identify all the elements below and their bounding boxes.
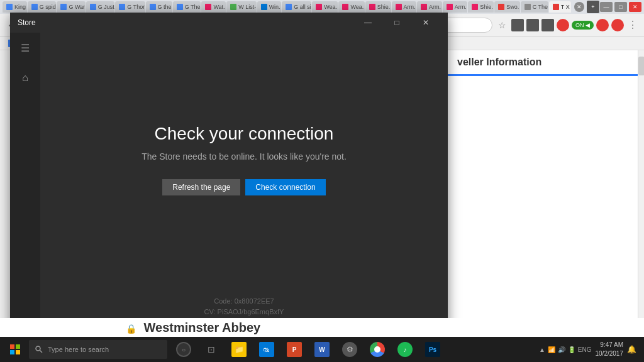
tab-Arm3[interactable]: Arm. [443,1,468,13]
taskbar-settings-icon[interactable]: ⚙ [337,337,362,362]
refresh-page-button[interactable]: Refresh the page [162,179,240,195]
time-display: 9:47 AM [596,341,624,349]
maximize-button[interactable]: □ [382,13,411,33]
taskbar-photoshop-icon[interactable]: Ps [420,337,445,362]
tab-all[interactable]: G all si [282,1,311,13]
tab-Shie2[interactable]: Shie. [468,1,494,13]
error-subtitle: The Store needs to be online. It looks l… [142,151,347,162]
svg-rect-3 [16,350,20,354]
tab-Swo[interactable]: Swo. [494,1,519,13]
tab-Wea2[interactable]: Wea. [338,1,364,13]
error-code-line1: Code: 0x80072EE7 [204,296,284,307]
tab-spid[interactable]: G spid [28,1,57,13]
tab-Arm2[interactable]: Arm. [417,1,442,13]
close-button[interactable]: ✕ [411,13,440,33]
date-display: 10/2/2017 [596,349,624,358]
svg-rect-1 [16,344,20,349]
arrow-icon[interactable]: ▲ [539,346,545,353]
svg-rect-2 [10,350,14,354]
ext3-icon[interactable] [541,19,554,31]
sidebar-home-icon[interactable]: ⌂ [10,63,40,93]
tab-List[interactable]: W List- [226,1,256,13]
svg-line-5 [40,351,43,353]
svg-point-4 [36,346,40,351]
tab-the[interactable]: G the [146,1,172,13]
taskbar-spotify-icon[interactable]: ♪ [392,337,418,362]
svg-rect-0 [10,344,14,349]
taskbar-chrome-icon[interactable] [365,337,390,362]
tab-Shie1[interactable]: Shie. [365,1,391,13]
taskbar-right: ▲ 📶 🔊 🔋 ENG 9:47 AM 10/2/2017 🔔 [539,341,641,358]
scrollbar[interactable] [638,50,644,337]
tab-War[interactable]: G War [57,1,85,13]
window-controls: — □ ✕ [353,13,440,33]
store-titlebar: Store — □ ✕ [10,13,448,33]
notification-icon[interactable]: 🔔 [627,345,636,354]
error-container: Check your connection The Store needs to… [142,124,347,246]
page-heading: 🔒 Westminster Abbey [126,321,260,335]
tab-Win[interactable]: Win. [257,1,282,13]
tab-T-active[interactable]: T X [549,1,571,13]
search-placeholder: Type here to search [48,346,109,353]
ext5-icon[interactable] [596,19,609,31]
menu-button[interactable]: ⋮ [626,19,639,31]
store-title: Store [18,18,353,27]
right-panel: veller Information [448,50,644,337]
taskbar-explorer-icon[interactable]: 📁 [226,337,252,362]
ext2-icon[interactable] [526,19,539,31]
tab-Wea1[interactable]: Wea. [312,1,338,13]
error-code: Code: 0x80072EE7 CV: PiSAOJ/bg6EmqBxfY [204,296,284,318]
taskbar-powerpoint-icon[interactable]: P [282,337,307,362]
ext6-icon[interactable] [611,19,624,31]
tab-Arm1[interactable]: Arm. [392,1,417,13]
tab-Wat[interactable]: Wat. [201,1,226,13]
system-icons: ▲ 📶 🔊 🔋 ENG [539,346,592,353]
error-title: Check your connection [155,124,334,144]
store-window: Store — □ ✕ ☰ ⌂ Check your connection Th… [10,13,448,337]
bookmark-icon[interactable]: ☆ [496,19,509,31]
taskbar-app-icons: ○ ⊡ 📁 🛍 P W ⚙ ♪ Ps [171,337,445,362]
taskbar-store-icon[interactable]: 🛍 [254,337,279,362]
sidebar-menu-icon[interactable]: ☰ [10,33,40,63]
battery-icon[interactable]: 🔋 [568,346,575,353]
taskbar: Type here to search ○ ⊡ 📁 🛍 P W ⚙ [0,337,644,362]
volume-icon[interactable]: 🔊 [558,346,565,353]
error-buttons: Refresh the page Check connection [162,179,325,195]
tab-Just[interactable]: G Just [86,1,115,13]
ext4-icon[interactable] [557,19,569,31]
scroll-thumb[interactable] [638,57,644,75]
tab-C-The[interactable]: C The [521,1,548,13]
taskbar-search[interactable]: Type here to search [29,340,167,359]
ext1-icon[interactable] [511,19,524,31]
bottom-content: 🔒 Westminster Abbey [0,318,644,337]
tab-King[interactable]: King [3,1,27,13]
taskbar-word-icon[interactable]: W [309,337,335,362]
taskbar-cortana-icon[interactable]: ○ [171,337,196,362]
taskbar-multitask-icon[interactable]: ⊡ [199,337,224,362]
store-sidebar: ☰ ⌂ [10,33,40,337]
tab-bar: King G spid G War G Just G Thor G the G … [0,0,644,14]
right-panel-header: veller Information [448,50,644,76]
tab-Thor[interactable]: G Thor [115,1,145,13]
toolbar-icons: ☆ ON ◀ ⋮ [496,19,639,31]
language-label[interactable]: ENG [578,346,592,353]
tab-The[interactable]: G The [173,1,201,13]
error-code-line2: CV: PiSAOJ/bg6EmqBxfY [204,307,284,318]
minimize-button[interactable]: — [353,13,382,33]
start-button[interactable] [3,337,28,362]
ext-toggle[interactable]: ON ◀ [572,21,594,30]
taskbar-clock[interactable]: 9:47 AM 10/2/2017 [596,341,624,358]
check-connection-button[interactable]: Check connection [245,179,325,195]
wifi-icon[interactable]: 📶 [548,346,555,353]
store-content: Check your connection The Store needs to… [40,33,448,337]
